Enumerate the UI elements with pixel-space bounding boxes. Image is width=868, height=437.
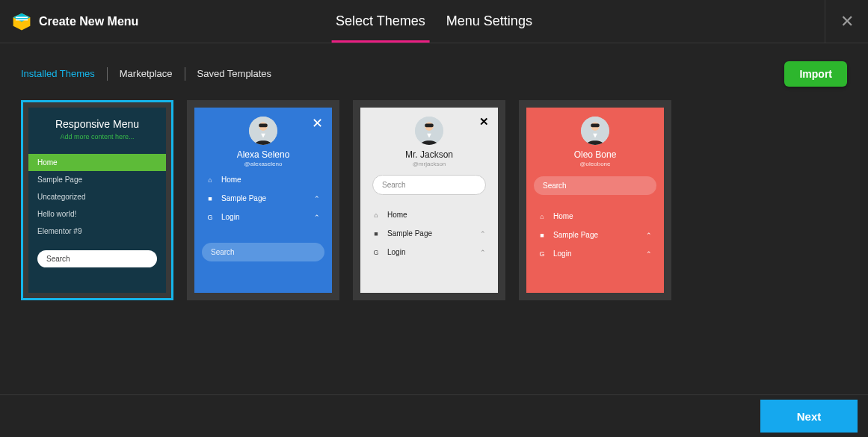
- preview-nav-item: Sample Page: [387, 229, 432, 238]
- preview-username: Alexa Seleno: [194, 149, 332, 160]
- preview-menu: ⌂Home ■Sample Page⌃ GLogin⌃: [194, 167, 332, 229]
- header-bar: Create New Menu Select Themes Menu Setti…: [0, 0, 868, 43]
- theme-grid: Responsive Menu Add more content here...…: [0, 100, 868, 300]
- subnav-tabs: Installed Themes Marketplace Saved Templ…: [21, 67, 283, 81]
- preview-subtitle: Add more content here...: [28, 133, 166, 140]
- subtab-saved-templates[interactable]: Saved Templates: [185, 69, 284, 79]
- footer-bar: Next: [0, 394, 868, 437]
- preview-nav-item: Uncategorized: [28, 188, 166, 205]
- theme-card-1[interactable]: Responsive Menu Add more content here...…: [21, 100, 173, 300]
- preview-nav-item: Home: [221, 176, 241, 184]
- folder-icon: ■: [206, 195, 214, 202]
- preview-nav-item: Hello world!: [28, 205, 166, 223]
- preview-nav-item: Home: [553, 212, 573, 220]
- preview-nav-item: Login: [387, 248, 405, 256]
- close-icon: ✕: [840, 12, 854, 31]
- preview-nav-item: Login: [553, 250, 571, 258]
- preview-nav: Home Sample Page Uncategorized Hello wor…: [28, 154, 166, 240]
- app-logo-icon: [12, 12, 31, 31]
- preview-username: Mr. Jackson: [360, 149, 498, 160]
- next-button[interactable]: Next: [760, 400, 858, 433]
- theme-preview: Responsive Menu Add more content here...…: [28, 108, 166, 293]
- subtab-marketplace[interactable]: Marketplace: [108, 69, 185, 79]
- preview-search: Search: [202, 243, 324, 261]
- import-button[interactable]: Import: [784, 61, 847, 87]
- preview-menu: ⌂Home ■Sample Page⌃ GLogin⌃: [526, 204, 664, 266]
- login-icon: G: [372, 249, 380, 256]
- preview-username: Oleo Bone: [526, 149, 664, 160]
- tab-select-themes[interactable]: Select Themes: [336, 0, 425, 43]
- avatar-icon: [415, 117, 443, 145]
- chevron-up-icon: ⌃: [646, 250, 652, 258]
- svg-rect-3: [16, 19, 28, 20]
- theme-card-2[interactable]: ✕ Alexa Seleno @alexaseleno ⌂Home ■Sampl…: [187, 100, 339, 300]
- preview-handle: @alexaseleno: [194, 161, 332, 167]
- preview-search: Search: [372, 175, 486, 195]
- chevron-up-icon: ⌃: [646, 232, 652, 239]
- chevron-up-icon: ⌃: [480, 249, 486, 256]
- subtab-installed-themes[interactable]: Installed Themes: [21, 69, 107, 79]
- preview-title: Responsive Menu: [28, 118, 166, 130]
- preview-nav-item: Elementor #9: [28, 223, 166, 240]
- avatar-icon: [581, 117, 609, 145]
- preview-search: Search: [534, 176, 656, 195]
- home-icon: ⌂: [538, 213, 546, 220]
- chevron-up-icon: ⌃: [314, 214, 320, 221]
- folder-icon: ■: [372, 230, 380, 238]
- chevron-up-icon: ⌃: [314, 195, 320, 202]
- avatar-icon: [249, 117, 277, 145]
- tab-menu-settings[interactable]: Menu Settings: [446, 0, 532, 43]
- preview-nav-item: Home: [387, 211, 407, 219]
- subnav: Installed Themes Marketplace Saved Templ…: [0, 43, 868, 100]
- folder-icon: ■: [538, 232, 546, 239]
- chevron-up-icon: ⌃: [480, 230, 486, 238]
- home-icon: ⌂: [372, 211, 380, 219]
- preview-nav-item: Home: [28, 154, 166, 171]
- header-left: Create New Menu: [0, 12, 138, 31]
- login-icon: G: [206, 214, 214, 221]
- preview-nav-item: Login: [221, 213, 239, 221]
- preview-handle: @mrjackson: [360, 161, 498, 167]
- svg-rect-6: [259, 124, 267, 128]
- preview-close-icon: ✕: [479, 115, 489, 128]
- theme-preview: Oleo Bone @oleobone Search ⌂Home ■Sample…: [526, 108, 664, 293]
- home-icon: ⌂: [206, 176, 214, 184]
- svg-rect-2: [16, 16, 28, 18]
- preview-nav-item: Sample Page: [553, 231, 598, 239]
- login-icon: G: [538, 250, 546, 258]
- theme-preview: ✕ Mr. Jackson @mrjackson Search ⌂Home ■S…: [360, 108, 498, 293]
- close-button[interactable]: ✕: [825, 0, 868, 43]
- theme-card-3[interactable]: ✕ Mr. Jackson @mrjackson Search ⌂Home ■S…: [353, 100, 505, 300]
- theme-card-4[interactable]: Oleo Bone @oleobone Search ⌂Home ■Sample…: [519, 100, 671, 300]
- svg-rect-9: [425, 124, 433, 128]
- preview-nav-item: Sample Page: [221, 194, 266, 202]
- page-title: Create New Menu: [39, 15, 138, 28]
- preview-nav-item: Sample Page: [28, 171, 166, 188]
- preview-menu: ⌂Home ■Sample Page⌃ GLogin⌃: [360, 202, 498, 264]
- preview-handle: @oleobone: [526, 161, 664, 167]
- svg-rect-12: [591, 124, 599, 128]
- preview-close-icon: ✕: [312, 115, 323, 131]
- theme-preview: ✕ Alexa Seleno @alexaseleno ⌂Home ■Sampl…: [194, 108, 332, 293]
- header-tabs: Select Themes Menu Settings: [336, 0, 532, 43]
- preview-search: Search: [37, 250, 157, 267]
